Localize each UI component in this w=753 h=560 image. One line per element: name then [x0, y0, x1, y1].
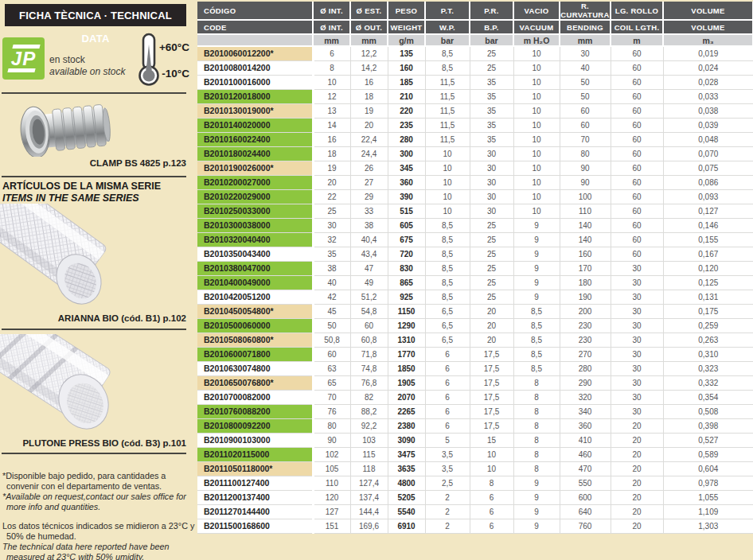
cell-value: 60: [611, 76, 663, 90]
cell-value: 103: [350, 434, 388, 448]
cell-value: 137,4: [350, 491, 388, 505]
divider: [2, 92, 186, 94]
cell-value: 32: [313, 233, 350, 247]
cell-value: 0,508: [663, 405, 753, 419]
table-row: B2010060012200*612,21358,5251030600,019: [197, 46, 753, 61]
cell-value: 35: [470, 104, 513, 119]
header-cell: Ø INT.: [313, 2, 350, 20]
cell-value: 20: [611, 491, 663, 505]
jp-logo: JP: [2, 37, 45, 80]
cell-value: 9: [513, 233, 560, 247]
cell-value: 9: [513, 476, 560, 491]
cell-value: 8,5: [425, 46, 470, 61]
divider: [2, 453, 186, 454]
cell-value: 280: [560, 362, 611, 376]
cell-value: 11,5: [425, 76, 470, 90]
cell-value: 20: [611, 434, 663, 448]
cell-value: 144,4: [350, 505, 388, 519]
cell-value: 169,6: [350, 519, 388, 534]
cell-value: 1770: [388, 348, 425, 362]
cell-value: 460: [560, 448, 611, 462]
table-row: B20104200512004251,29258,5259190300,131: [197, 290, 753, 305]
cell-value: 47: [350, 262, 388, 276]
cell-value: 30: [611, 305, 663, 319]
cell-value: 10: [425, 161, 470, 176]
cell-value: 63: [313, 362, 350, 376]
cell-value: 8: [513, 376, 560, 391]
cell-value: 0,978: [663, 476, 753, 491]
header-cell: VOLUME: [663, 20, 753, 34]
cell-value: 410: [560, 434, 611, 448]
cell-value: 3475: [388, 448, 425, 462]
table-row: B2010080014200814,21608,5251040600,024: [197, 61, 753, 76]
cell-value: 0,589: [663, 448, 753, 462]
cell-code: B2010100016000: [197, 76, 313, 90]
cell-value: 340: [560, 405, 611, 419]
cell-value: 20: [350, 119, 388, 133]
cell-value: 140: [560, 219, 611, 233]
table-row: B20103500434003543,47208,5259160600,167: [197, 247, 753, 262]
cell-code: B2010380047000: [197, 262, 313, 276]
units-row: mmmmg/mbarbarm H₂Ommmm₃: [197, 34, 753, 46]
series-heading-es: ARTÍCULOS DE LA MISMA SERIE: [2, 181, 161, 192]
cell-value: 60,8: [350, 333, 388, 348]
cell-code: B2010080014200: [197, 61, 313, 76]
table-row: B201038004700038478308,5259170300,120: [197, 262, 753, 276]
cell-value: 6: [313, 46, 350, 61]
cell-value: 1905: [388, 376, 425, 391]
cell-value: 16: [313, 133, 350, 147]
table-row: B20103200404003240,46758,5259140600,155: [197, 233, 753, 247]
cell-value: 43,4: [350, 247, 388, 262]
footnote-conditions-es: Los datos técnicos indicados se midieron…: [2, 521, 195, 542]
cell-value: 1150: [388, 305, 425, 319]
table-header: CÓDIGOØ INT.Ø EST.PESOP.T.P.R.VACIOR. CU…: [197, 2, 753, 46]
header-cell: VACUUM: [513, 20, 560, 34]
cell-value: 11,5: [425, 90, 470, 104]
cell-value: 35: [470, 76, 513, 90]
cell-value: 25: [470, 233, 513, 247]
cell-value: 6,5: [425, 319, 470, 333]
cell-value: 1,109: [663, 505, 753, 519]
cell-value: 60: [611, 133, 663, 147]
cell-value: 3635: [388, 462, 425, 476]
cell-value: 0,263: [663, 333, 753, 348]
cell-code: B2010500060000: [197, 319, 313, 333]
cell-value: 30: [611, 290, 663, 305]
cell-value: 30: [470, 147, 513, 161]
cell-value: 10: [425, 190, 470, 204]
cell-value: 8: [513, 434, 560, 448]
table-row: B20102200290002229390103010100600,093: [197, 190, 753, 204]
cell-value: 70: [560, 133, 611, 147]
cell-value: 6: [470, 519, 513, 534]
cell-value: 13: [313, 104, 350, 119]
table-row: B2010190026000*192634510301090600,075: [197, 161, 753, 176]
cell-value: 6: [425, 419, 470, 434]
plutone-press-bio-image: [0, 334, 119, 434]
cell-code: B2010140020000: [197, 119, 313, 133]
cell-value: 10: [313, 76, 350, 90]
cell-code: B2010160022400: [197, 133, 313, 147]
cell-value: 14,2: [350, 61, 388, 76]
cell-value: 2,5: [425, 476, 470, 491]
cell-code: B2011200137400: [197, 491, 313, 505]
cell-value: 360: [388, 176, 425, 190]
cell-value: 345: [388, 161, 425, 176]
cell-value: 0,048: [663, 133, 753, 147]
cell-code: B2010180024400: [197, 147, 313, 161]
cell-value: 2: [425, 491, 470, 505]
cell-value: 60: [611, 161, 663, 176]
datasheet-page: FICHA TÈCNICA · TECHNICAL DATA JP en sto…: [0, 0, 753, 560]
series-heading: ARTÍCULOS DE LA MISMA SERIE ITEMS IN THE…: [2, 181, 161, 204]
table-row: B20101800244001824,430010301080600,070: [197, 147, 753, 161]
cell-value: 8,5: [425, 61, 470, 76]
cell-value: 30: [470, 190, 513, 204]
cell-value: 10: [513, 119, 560, 133]
cell-code: B2010600071800: [197, 348, 313, 362]
cell-value: 20: [611, 448, 663, 462]
footnote-availability-en: *Available on request,contact our sales …: [2, 492, 195, 512]
header-cell: R. CURVATURA: [560, 2, 611, 20]
cell-code: B2010120018000: [197, 90, 313, 104]
cell-value: 8,5: [425, 290, 470, 305]
cell-code: B2010190026000*: [197, 161, 313, 176]
table-row: B2010450054800*4554,811506,5208,5200300,…: [197, 305, 753, 319]
